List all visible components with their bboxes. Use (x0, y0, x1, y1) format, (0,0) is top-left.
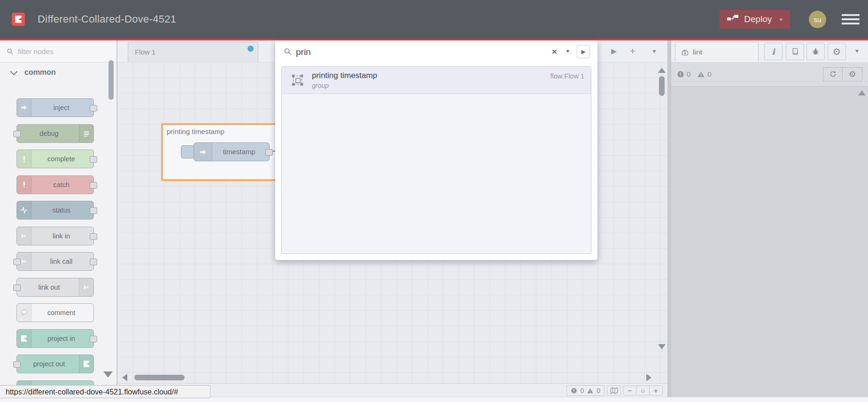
palette-node-inject[interactable]: inject (16, 98, 94, 117)
gear-icon: ⚙ (848, 69, 856, 79)
lint-refresh-button[interactable] (823, 67, 843, 81)
palette-node-link-in[interactable]: link in (16, 227, 94, 245)
palette-node-status[interactable]: status (16, 201, 94, 220)
zoom-reset-button[interactable]: ○ (636, 386, 650, 395)
inject-node-timestamp[interactable]: timestamp (194, 142, 270, 161)
node-port-output[interactable] (265, 149, 273, 156)
help-button[interactable] (786, 43, 804, 60)
zoom-in-button[interactable]: + (650, 386, 663, 395)
search-input[interactable] (295, 43, 541, 61)
canvas-scroll-left-icon[interactable] (122, 374, 127, 381)
palette-node-catch[interactable]: catch (16, 175, 94, 194)
palette-node-label: debug (20, 125, 78, 142)
node-port-input[interactable] (13, 259, 21, 265)
exclamation-icon (17, 150, 31, 168)
config-nodes-button[interactable]: ⚙ (828, 43, 846, 60)
instance-title: Different-Collared-Dove-4521 (38, 0, 176, 39)
node-port-input[interactable] (13, 361, 21, 368)
palette-node-project-in[interactable]: project in (16, 329, 94, 348)
node-port-input[interactable] (13, 131, 21, 137)
node-port-output[interactable] (90, 105, 97, 111)
error-circle-icon (677, 71, 684, 78)
canvas-scroll-up-icon[interactable] (658, 68, 666, 73)
link-arrow-icon (17, 227, 31, 245)
palette-scroll-down-icon[interactable] (103, 371, 113, 378)
debug-sidebar-button[interactable] (806, 43, 825, 60)
palette-node-complete[interactable]: complete (16, 150, 94, 168)
zoom-out-button[interactable]: − (623, 386, 636, 395)
header: Different-Collared-Dove-4521 Deploy ▾ su (0, 0, 868, 40)
sidebar-scroll-up-icon[interactable] (858, 90, 866, 95)
palette-category-common[interactable]: common (0, 62, 116, 83)
node-port-output[interactable] (90, 207, 97, 214)
deploy-options-caret-icon[interactable]: ▾ (779, 16, 783, 23)
bug-icon (812, 47, 820, 55)
canvas-issue-counts[interactable]: 0 0 (566, 385, 604, 396)
clear-search-icon[interactable]: × (552, 46, 557, 57)
search-icon (7, 48, 14, 55)
node-port-output[interactable] (90, 233, 97, 240)
node-red-editor: Different-Collared-Dove-4521 Deploy ▾ su… (0, 0, 868, 402)
palette-filter-input[interactable] (17, 44, 94, 59)
tab-lint-label: lint (693, 48, 702, 56)
flow-modified-dot (248, 46, 254, 52)
comment-bubble-icon (17, 304, 31, 322)
palette-node-comment[interactable]: comment (16, 303, 94, 322)
palette-node-link-call[interactable]: link call (16, 252, 94, 271)
search-options-button[interactable]: ▶ (577, 45, 590, 58)
palette-node-label: catch (32, 176, 91, 194)
sidebar-separator[interactable] (667, 40, 671, 397)
canvas-vscrollbar-thumb[interactable] (659, 76, 665, 96)
palette-category-label: common (24, 68, 56, 77)
zoom-controls: − ○ + (623, 386, 663, 395)
search-result-flow: flow:Flow 1 (550, 72, 584, 80)
palette-node-debug[interactable]: debug (16, 124, 94, 143)
tab-flow-1[interactable]: Flow 1 (128, 42, 258, 62)
canvas-hscrollbar-thumb[interactable] (134, 375, 185, 380)
palette-scrollbar-thumb[interactable] (108, 60, 114, 100)
user-avatar[interactable]: su (809, 11, 826, 28)
search-icon (284, 47, 292, 55)
palette-node-project-out[interactable]: project out (16, 355, 94, 373)
add-flow-button[interactable]: + (626, 40, 640, 62)
node-port-output[interactable] (90, 182, 97, 189)
node-port-input[interactable] (13, 284, 21, 291)
sidebar-tabbar: lint i ⚙ ▾ (671, 40, 868, 63)
navigator-map-button[interactable] (607, 386, 621, 395)
info-button[interactable]: i (764, 43, 783, 60)
search-results: printing timestamp group flow:Flow 1 (281, 66, 591, 254)
palette-node-label: link call (32, 252, 91, 270)
node-port-output[interactable] (90, 156, 97, 163)
node-port-output[interactable] (90, 336, 97, 342)
canvas-warning-count: 0 (597, 387, 600, 394)
sidebar-menu-caret-icon[interactable]: ▾ (855, 47, 859, 55)
search-result-row[interactable]: printing timestamp group flow:Flow 1 (282, 67, 591, 94)
error-circle-icon (571, 387, 577, 394)
search-result-type: group (312, 82, 329, 89)
refresh-icon (829, 70, 837, 78)
main-menu-button[interactable] (842, 14, 860, 24)
search-dialog: × ▾ ▶ printing timestamp group flow:Flow… (275, 40, 597, 260)
book-icon (791, 47, 799, 55)
exclamation-icon (17, 176, 31, 194)
palette-node-label: complete (32, 150, 91, 168)
palette-node-link-out[interactable]: link out (16, 278, 94, 297)
deploy-button[interactable]: Deploy ▾ (720, 10, 790, 29)
inject-trigger-button[interactable] (181, 145, 194, 158)
lint-settings-button[interactable]: ⚙ (843, 67, 862, 81)
warning-triangle-icon (697, 71, 705, 78)
group-icon (291, 74, 304, 87)
lint-panel-content (671, 87, 868, 397)
canvas-scroll-down-icon[interactable] (658, 344, 666, 349)
tab-lint[interactable]: lint (675, 42, 759, 62)
node-port-output[interactable] (90, 259, 97, 265)
deploy-label: Deploy (744, 14, 772, 24)
info-icon: i (772, 47, 775, 56)
search-history-caret-icon[interactable]: ▾ (566, 47, 569, 55)
canvas-scroll-right-icon[interactable] (646, 374, 651, 381)
lint-error-count: 0 (687, 70, 690, 78)
flow-list-caret-icon[interactable]: ▾ (647, 40, 661, 62)
debug-list-icon (79, 125, 93, 142)
tab-scroll-right-icon[interactable]: ▶ (607, 40, 621, 62)
lint-warning-count: 0 (707, 70, 711, 78)
